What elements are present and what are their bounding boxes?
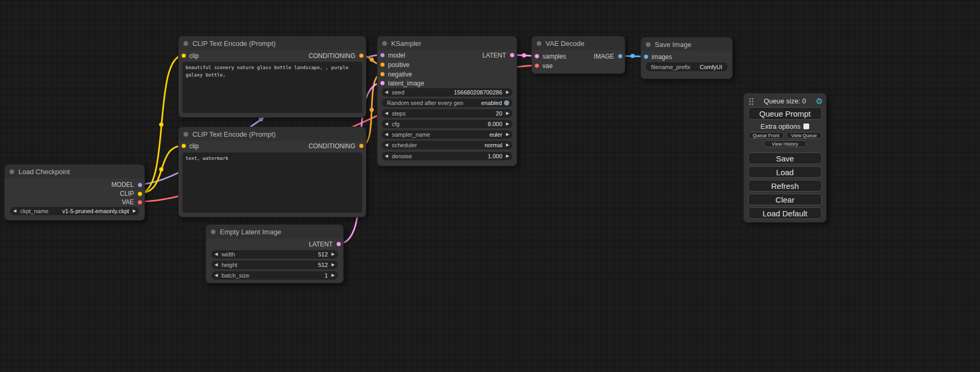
collapse-dot[interactable] [646,42,651,47]
widget-name: cfg [392,121,400,127]
node-clip-text-encode-positive[interactable]: CLIP Text Encode (Prompt) clip CONDITION… [178,36,366,118]
clear-button[interactable]: Clear [748,194,822,205]
node-titlebar[interactable]: KSampler [377,36,517,50]
seed-widget[interactable]: ◀ seed 156680208700286 ▶ [382,88,512,97]
widget-value: 156680208700286 [454,89,502,96]
input-port-model[interactable] [380,53,385,58]
decrement-icon[interactable]: ◀ [385,143,388,147]
extra-options-row: Extra options [744,122,826,130]
view-queue-button[interactable]: View Queue [786,132,822,139]
widget-value: 512 [318,251,327,257]
collapse-dot[interactable] [9,169,14,174]
widget-name: height [221,262,237,268]
sampler-name-widget[interactable]: ◀ sampler_name euler ▶ [382,130,512,139]
increment-icon[interactable]: ▶ [506,132,509,137]
widget-name: sampler_name [392,131,430,138]
load-button[interactable]: Load [748,166,822,178]
queue-front-button[interactable]: Queue Front [748,132,784,139]
node-graph-canvas[interactable]: Load Checkpoint MODEL CLIP VAE ◀ ckpt_na… [0,0,980,372]
decrement-icon[interactable]: ◀ [385,111,388,116]
node-titlebar[interactable]: CLIP Text Encode (Prompt) [179,36,366,50]
steps-widget[interactable]: ◀ steps 20 ▶ [382,109,512,118]
input-port-clip[interactable] [181,53,186,58]
node-save-image[interactable]: Save Image images filename_prefix ComfyU… [641,37,733,79]
decrement-icon[interactable]: ◀ [385,122,388,126]
random-seed-toggle[interactable]: Random seed after every gen enabled [382,99,512,107]
scheduler-widget[interactable]: ◀ scheduler normal ▶ [382,141,512,149]
decrement-icon[interactable]: ◀ [215,252,218,256]
increment-icon[interactable]: ▶ [332,252,335,256]
node-titlebar[interactable]: VAE Decode [532,36,625,50]
link-dot [522,53,526,58]
settings-gear-icon[interactable]: ⚙ [816,97,823,105]
output-port-image[interactable] [618,54,623,59]
output-port-model[interactable] [138,183,142,187]
prompt-textarea[interactable]: beautiful scenery nature glass bottle la… [182,62,362,113]
widget-value: 512 [318,262,327,268]
increment-icon[interactable]: ▶ [506,111,509,116]
decrement-icon[interactable]: ◀ [215,263,218,267]
increment-icon[interactable]: ▶ [506,154,509,158]
filename-prefix-widget[interactable]: filename_prefix ComfyUI [646,62,727,71]
collapse-dot[interactable] [537,41,541,46]
width-widget[interactable]: ◀ width 512 ▶ [211,250,338,259]
increment-icon[interactable]: ▶ [133,209,136,213]
node-empty-latent-image[interactable]: Empty Latent Image LATENT ◀ width 512 ▶ … [206,224,344,283]
widget-value: 1 [325,272,328,279]
output-slot-conditioning: CONDITIONING [308,142,355,150]
output-port-clip[interactable] [138,192,142,196]
output-port-conditioning[interactable] [359,53,364,58]
view-history-button[interactable]: View History [763,140,807,147]
output-port-latent[interactable] [510,53,515,58]
queue-prompt-button[interactable]: Queue Prompt [748,107,822,120]
collapse-dot[interactable] [183,132,188,137]
collapse-dot[interactable] [382,41,387,46]
queue-size-label: Queue size: 0 [754,97,816,105]
increment-icon[interactable]: ▶ [506,122,509,126]
refresh-button[interactable]: Refresh [748,180,822,192]
output-port-latent[interactable] [336,242,341,246]
increment-icon[interactable]: ▶ [506,143,509,147]
input-port-clip[interactable] [181,144,186,148]
decrement-icon[interactable]: ◀ [215,273,218,278]
load-default-button[interactable]: Load Default [748,207,822,219]
node-titlebar[interactable]: Save Image [641,37,732,51]
denoise-widget[interactable]: ◀ denoise 1.000 ▶ [382,152,512,160]
height-widget[interactable]: ◀ height 512 ▶ [211,261,338,269]
batch-size-widget[interactable]: ◀ batch_size 1 ▶ [211,271,338,280]
drag-handle-icon[interactable] [748,97,754,105]
save-button[interactable]: Save [748,152,822,164]
widget-value: 1.000 [488,153,502,159]
prompt-textarea[interactable]: text, watermark [182,152,362,213]
node-titlebar[interactable]: Load Checkpoint [5,165,144,178]
toggle-dot-icon[interactable] [504,100,509,106]
input-port-vae[interactable] [535,63,539,68]
decrement-icon[interactable]: ◀ [385,154,388,158]
input-port-positive[interactable] [380,62,385,67]
input-port-images[interactable] [644,54,648,59]
input-port-negative[interactable] [380,72,385,77]
input-port-samples[interactable] [535,54,539,59]
increment-icon[interactable]: ▶ [332,263,335,267]
increment-icon[interactable]: ▶ [332,273,335,278]
node-title: KSampler [391,40,421,47]
extra-options-checkbox[interactable] [803,123,809,129]
input-port-latent-image[interactable] [380,81,385,85]
collapse-dot[interactable] [211,230,216,234]
output-port-vae[interactable] [138,200,142,205]
decrement-icon[interactable]: ◀ [385,132,388,137]
node-load-checkpoint[interactable]: Load Checkpoint MODEL CLIP VAE ◀ ckpt_na… [4,164,145,221]
widget-name: denoise [392,153,412,159]
decrement-icon[interactable]: ◀ [385,90,388,94]
node-titlebar[interactable]: Empty Latent Image [206,225,343,239]
decrement-icon[interactable]: ◀ [13,209,16,213]
node-vae-decode[interactable]: VAE Decode samples vae IMAGE [531,36,625,74]
node-ksampler[interactable]: KSampler model positive negative latent_… [377,36,517,166]
node-clip-text-encode-negative[interactable]: CLIP Text Encode (Prompt) clip CONDITION… [178,127,366,217]
collapse-dot[interactable] [183,41,188,46]
ckpt-name-widget[interactable]: ◀ ckpt_name v1-5-pruned-emaonly.ckpt ▶ [10,207,139,215]
output-port-conditioning[interactable] [359,144,364,148]
node-titlebar[interactable]: CLIP Text Encode (Prompt) [179,127,366,141]
increment-icon[interactable]: ▶ [506,90,509,94]
cfg-widget[interactable]: ◀ cfg 8.000 ▶ [382,120,512,128]
